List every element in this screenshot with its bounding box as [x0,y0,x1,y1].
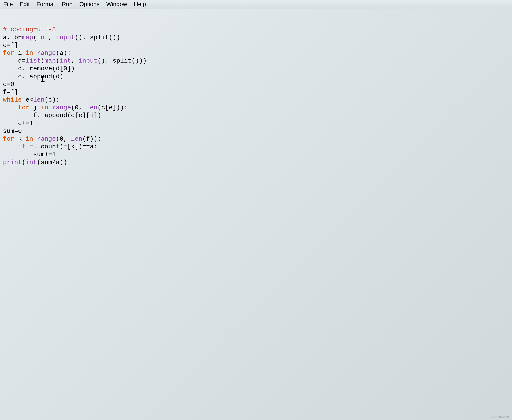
menu-item-file[interactable]: File [3,1,13,8]
code-line[interactable]: # coding=utf-8 [3,26,509,34]
token-plain: (sum/a)) [37,159,67,166]
token-plain: ( [56,57,60,64]
token-keyword: for [18,104,29,111]
code-line[interactable]: for k in range(0, len(f)): [3,135,509,143]
indent [3,57,18,64]
token-builtin: int [37,34,48,41]
code-line[interactable]: if f. count(f[k])==a: [3,143,509,151]
token-plain [33,135,37,142]
token-builtin: int [60,57,71,64]
code-line[interactable]: c. append(d) [3,73,509,81]
token-plain: c=[] [3,42,18,49]
token-plain: a, b= [3,34,22,41]
token-plain: (). split()) [75,34,120,41]
token-plain: f. count(f[k])==a: [26,143,98,150]
token-builtin: input [78,57,98,64]
token-plain: k [14,135,26,142]
token-builtin: len [33,96,45,104]
token-keyword: in [41,104,48,111]
indent [3,104,18,111]
token-plain: d. remove(d[0]) [18,65,75,72]
menu-item-edit[interactable]: Edit [19,1,30,8]
indent [3,143,18,150]
code-line[interactable]: d=list(map(int, input(). split())) [3,57,509,65]
token-keyword: for [3,50,14,57]
token-builtin: map [22,34,33,41]
token-keyword: in [26,50,33,57]
token-builtin: len [86,104,98,111]
token-builtin: len [71,135,82,142]
code-line[interactable]: for j in range(0, len(c[e])): [3,104,509,112]
token-plain: e=0 [3,81,14,88]
code-line[interactable]: f. append(c[e][j]) [3,112,509,120]
token-plain: ( [41,57,45,64]
code-line[interactable]: e=0 [3,81,509,88]
watermark-text: CSDN @微笑小熊 [491,415,510,418]
code-line[interactable]: a, b=map(int, input(). split()) [3,34,509,42]
indent [3,73,18,80]
code-line[interactable]: f=[] [3,88,509,96]
token-keyword: while [3,96,22,104]
token-builtin: map [45,57,56,64]
token-plain: e+=1 [18,120,33,127]
token-plain: sum=0 [3,128,22,135]
code-line[interactable]: sum+=1 [3,151,509,158]
token-plain: e< [22,96,33,104]
token-plain: ( [33,34,37,41]
token-plain: , [71,57,78,64]
code-line[interactable]: print(int(sum/a)) [3,159,509,166]
token-plain: c. append(d) [18,73,63,80]
code-line[interactable]: c=[] [3,42,509,49]
token-builtin: print [3,159,22,166]
token-plain: (a): [56,50,71,57]
token-plain: (0, [56,135,71,142]
token-plain [48,104,52,111]
code-line[interactable]: d. remove(d[0]) [3,65,509,73]
token-plain: (f)): [82,135,101,142]
token-builtin: range [52,104,71,111]
token-builtin: int [26,159,37,166]
token-plain: (c[e])): [98,104,128,111]
code-line[interactable]: sum=0 [3,128,509,135]
token-plain: f. append(c[e][j]) [33,112,101,119]
token-plain: sum+=1 [33,151,56,158]
token-builtin: input [56,34,75,41]
indent [3,65,18,72]
token-plain: , [48,34,56,41]
menu-item-format[interactable]: Format [36,1,55,8]
token-comment: # coding=utf-8 [3,26,56,33]
menu-item-run[interactable]: Run [61,1,73,8]
code-line[interactable]: for i in range(a): [3,49,509,57]
token-plain: f=[] [3,89,18,96]
token-builtin: list [26,57,41,64]
token-plain: ( [22,159,26,166]
token-keyword: in [26,135,33,142]
indent [3,151,33,158]
indent [3,112,33,119]
menu-bar: FileEditFormatRunOptionsWindowHelp [0,0,512,9]
token-keyword: if [18,143,26,150]
token-builtin: range [37,50,56,57]
code-line[interactable]: while e<len(c): [3,96,509,104]
token-keyword: for [3,135,14,142]
menu-item-options[interactable]: Options [79,1,100,8]
token-plain: (0, [71,104,86,111]
code-line[interactable]: e+=1 [3,120,509,128]
token-plain: d= [18,57,26,64]
token-plain [33,50,37,57]
token-plain: j [29,104,41,111]
token-plain: (c): [45,96,60,104]
menu-item-help[interactable]: Help [134,1,147,8]
token-builtin: range [37,135,56,142]
indent [3,120,18,127]
menu-item-window[interactable]: Window [106,1,128,8]
token-plain: (). split())) [98,57,147,64]
code-editor[interactable]: # coding=utf-8a, b=map(int, input(). spl… [0,9,512,168]
token-plain: i [14,50,26,57]
